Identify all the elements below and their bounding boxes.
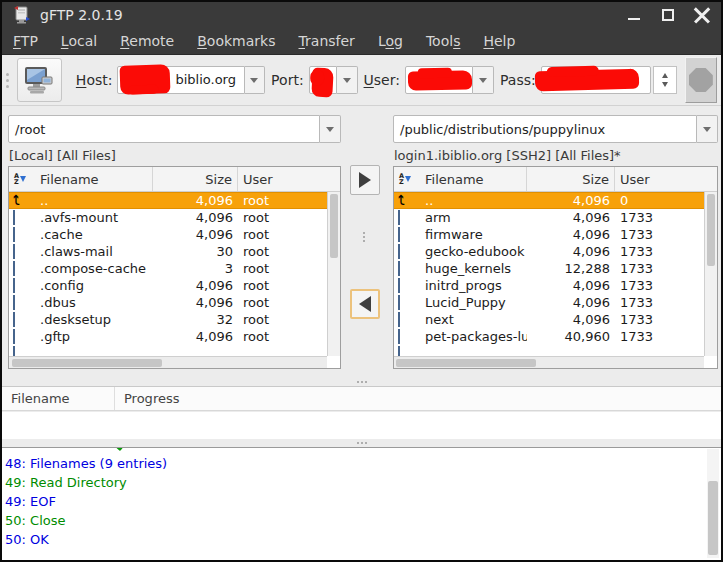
remote-vertical-scrollbar[interactable] [704, 192, 717, 356]
file-row[interactable]: ⤴..4,096root [9, 192, 327, 209]
menu-item-transfer[interactable]: Transfer [290, 30, 364, 52]
file-row[interactable]: Lucid_Puppy4,0961733 [394, 294, 704, 311]
file-row[interactable]: firmware4,0961733 [394, 226, 704, 243]
maximize-icon[interactable] [659, 6, 677, 24]
column-header-user[interactable]: User [615, 167, 688, 191]
file-user: root [238, 312, 311, 327]
file-user: 1733 [615, 295, 688, 310]
file-size: 4,096 [527, 227, 615, 242]
menu-item-help[interactable]: Help [474, 30, 524, 52]
file-row[interactable]: .cache4,096root [9, 226, 327, 243]
pane-splitter-handle[interactable] [363, 232, 365, 242]
transfer-right-button[interactable] [350, 165, 380, 195]
port-dropdown-button[interactable] [337, 66, 358, 94]
file-user: 1733 [615, 312, 688, 327]
file-row[interactable]: .desksetup32root [9, 311, 327, 328]
sort-icon[interactable]: AZ [394, 167, 420, 191]
scrollbar-thumb[interactable] [396, 359, 536, 367]
file-row-partial[interactable] [9, 345, 327, 356]
port-spinner[interactable] [653, 66, 677, 94]
header-spacer [311, 167, 324, 191]
file-row[interactable]: .gftp4,096root [9, 328, 327, 345]
user-dropdown-button[interactable] [473, 66, 494, 94]
computer-icon [22, 63, 56, 97]
scrollbar-thumb[interactable] [330, 194, 338, 258]
connect-button[interactable] [685, 57, 717, 103]
host-dropdown-button[interactable] [245, 66, 266, 94]
minimize-icon[interactable] [625, 6, 643, 24]
scrollbar-thumb[interactable] [708, 481, 718, 555]
menu-item-ftp[interactable]: FTP [4, 30, 47, 52]
file-row[interactable]: .dbus4,096root [9, 294, 327, 311]
file-size: 40,960 [527, 329, 615, 344]
column-header-size[interactable]: Size [527, 167, 615, 191]
spin-down-icon[interactable] [662, 82, 668, 87]
connect-computer-button[interactable] [17, 58, 62, 102]
titlebar[interactable]: gFTP 2.0.19 [2, 2, 721, 28]
file-name: huge_kernels [420, 261, 527, 276]
menubar: FTPLocalRemoteBookmarksTransferLogToolsH… [2, 28, 721, 55]
file-size: 4,096 [527, 278, 615, 293]
file-size: 4,096 [527, 312, 615, 327]
file-row[interactable]: arm4,0961733 [394, 209, 704, 226]
column-header-filename[interactable]: Filename [420, 167, 527, 191]
file-row[interactable]: .claws-mail30root [9, 243, 327, 260]
remote-path-input[interactable]: /public/distributions/puppylinux [393, 115, 697, 143]
queue-column-progress[interactable]: Progress [115, 387, 188, 410]
spin-up-icon[interactable] [662, 73, 668, 78]
local-path-dropdown-button[interactable] [320, 115, 341, 143]
local-vertical-scrollbar[interactable] [327, 192, 340, 356]
file-user: 0 [615, 193, 688, 208]
file-size: 3 [153, 261, 238, 276]
remote-path-dropdown-button[interactable] [697, 115, 718, 143]
stop-octagon-icon [689, 68, 713, 92]
log-scrollbar[interactable] [707, 449, 719, 558]
file-user: root [238, 210, 311, 225]
file-row[interactable]: next4,0961733 [394, 311, 704, 328]
file-row[interactable]: .config4,096root [9, 277, 327, 294]
user-input[interactable] [405, 66, 473, 94]
log-splitter[interactable] [2, 439, 721, 447]
menu-item-remote[interactable]: Remote [111, 30, 183, 52]
file-row[interactable]: .avfs-mount4,096root [9, 209, 327, 226]
file-name: .desksetup [35, 312, 153, 327]
folder-icon [13, 227, 15, 242]
file-row-partial[interactable] [394, 345, 704, 356]
queue-splitter[interactable] [2, 378, 721, 386]
log-line: 49: EOF [5, 492, 721, 511]
close-icon[interactable] [693, 6, 711, 24]
menu-item-local[interactable]: Local [52, 30, 106, 52]
menu-item-log[interactable]: Log [369, 30, 412, 52]
queue-column-filename[interactable]: Filename [2, 387, 115, 410]
pass-input[interactable] [541, 66, 651, 94]
redaction-blob [311, 67, 333, 97]
file-name: .dbus [35, 295, 153, 310]
menu-item-bookmarks[interactable]: Bookmarks [188, 30, 284, 52]
transfer-left-button[interactable] [350, 289, 380, 319]
window-title: gFTP 2.0.19 [40, 7, 123, 23]
file-row[interactable]: initrd_progs4,0961733 [394, 277, 704, 294]
chevron-down-icon [326, 127, 334, 132]
file-row[interactable]: .compose-cache3root [9, 260, 327, 277]
file-size: 4,096 [527, 210, 615, 225]
local-path-input[interactable]: /root [8, 115, 320, 143]
scrollbar-thumb[interactable] [12, 359, 162, 367]
host-input[interactable]: biblio.org [117, 66, 244, 94]
local-horizontal-scrollbar[interactable] [9, 356, 327, 368]
file-user: root [238, 227, 311, 242]
file-row[interactable]: huge_kernels12,2881733 [394, 260, 704, 277]
column-header-size[interactable]: Size [153, 167, 238, 191]
file-row[interactable]: ⤴..4,0960 [394, 192, 704, 209]
remote-horizontal-scrollbar[interactable] [394, 356, 704, 368]
chevron-down-icon [703, 127, 711, 132]
scrollbar-thumb[interactable] [707, 194, 715, 266]
column-header-filename[interactable]: Filename [35, 167, 153, 191]
file-row[interactable]: gecko-edubook4,0961733 [394, 243, 704, 260]
file-row[interactable]: pet-packages-lu40,9601733 [394, 328, 704, 345]
file-user: root [238, 278, 311, 293]
port-input[interactable] [309, 66, 337, 94]
column-header-user[interactable]: User [238, 167, 311, 191]
sort-icon[interactable]: AZ [9, 167, 35, 191]
menu-item-tools[interactable]: Tools [417, 30, 470, 52]
toolbar-grip[interactable] [6, 67, 13, 93]
